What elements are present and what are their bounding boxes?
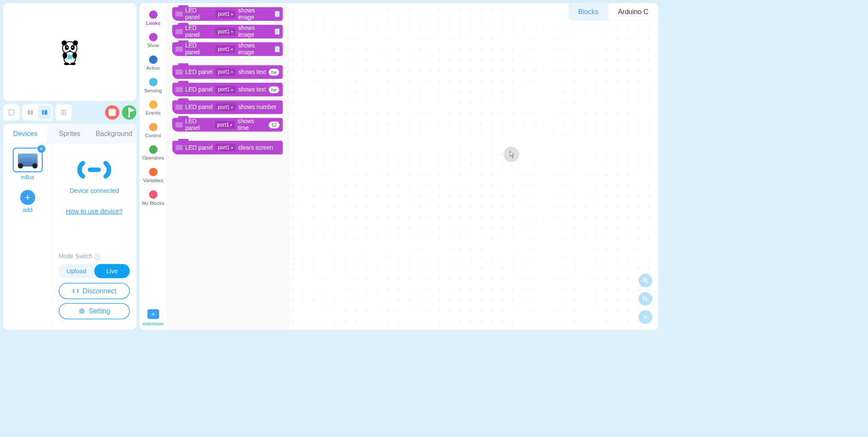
layout-group xyxy=(22,104,53,121)
left-panel-tabs: Devices Sprites Background xyxy=(3,124,137,144)
svg-rect-25 xyxy=(61,114,62,115)
block-shows-text[interactable]: LED panelport1shows texthe xyxy=(172,83,282,97)
svg-rect-22 xyxy=(61,112,62,113)
svg-point-10 xyxy=(72,52,77,59)
port-dropdown[interactable]: port1 xyxy=(215,144,236,151)
svg-point-2 xyxy=(73,40,78,45)
block-shows-image[interactable]: LED panelport1shows image xyxy=(172,42,282,56)
block-shows-image[interactable]: LED panelport1shows image xyxy=(172,7,282,21)
device-item-mbot[interactable]: ✕ mBot xyxy=(12,148,42,181)
block-shows-image[interactable]: LED panelport1shows image xyxy=(172,25,282,38)
svg-rect-30 xyxy=(88,168,101,172)
svg-rect-19 xyxy=(61,110,62,111)
grid-button[interactable] xyxy=(57,106,71,119)
cursor-indicator xyxy=(504,147,520,162)
help-icon[interactable]: ? xyxy=(94,254,100,260)
led-panel-icon xyxy=(175,29,183,34)
svg-rect-18 xyxy=(45,110,48,115)
device-remove-button[interactable]: ✕ xyxy=(37,145,45,153)
disconnect-button[interactable]: Disconnect xyxy=(59,283,130,299)
stage-size-group xyxy=(3,104,20,121)
layout-split-button[interactable] xyxy=(24,106,37,119)
stop-button[interactable] xyxy=(105,105,119,120)
port-dropdown[interactable]: port1 xyxy=(215,28,236,35)
zoom-in-button[interactable] xyxy=(639,274,652,287)
led-panel-icon xyxy=(175,105,183,110)
svg-point-31 xyxy=(81,310,83,312)
category-events[interactable]: Events xyxy=(140,98,166,119)
zoom-reset-button[interactable] xyxy=(639,310,652,324)
extension-label: extension xyxy=(143,321,163,327)
port-dropdown[interactable]: port1 xyxy=(215,68,236,76)
mode-switch[interactable]: Upload Live xyxy=(59,264,130,278)
category-my-blocks[interactable]: My Blocks xyxy=(140,188,166,209)
category-variables[interactable]: Variables xyxy=(140,166,166,186)
mode-upload[interactable]: Upload xyxy=(59,264,94,278)
stage-preview xyxy=(3,3,137,101)
svg-rect-29 xyxy=(128,107,130,117)
svg-point-11 xyxy=(64,62,69,65)
svg-rect-27 xyxy=(65,114,66,115)
svg-point-12 xyxy=(71,62,76,65)
block-shows-text[interactable]: LED panelport1shows texthe xyxy=(172,65,282,79)
category-looks[interactable]: Looks xyxy=(140,9,166,29)
svg-rect-16 xyxy=(31,110,33,115)
extension-button[interactable]: + xyxy=(147,309,159,319)
svg-rect-17 xyxy=(42,110,44,115)
svg-rect-23 xyxy=(63,112,64,113)
led-panel-icon xyxy=(175,47,183,52)
connection-icon xyxy=(70,157,119,184)
add-device-button[interactable]: + xyxy=(20,190,35,205)
block-shows-time[interactable]: LED panelport1shows time12 xyxy=(172,118,282,132)
port-dropdown[interactable]: port1 xyxy=(215,10,236,18)
svg-rect-13 xyxy=(68,55,72,59)
svg-rect-24 xyxy=(65,112,66,113)
add-device-label: add xyxy=(23,207,33,214)
howto-link[interactable]: How to use device? xyxy=(66,207,123,215)
setting-button[interactable]: Setting xyxy=(59,303,130,319)
block-shows-number[interactable]: LED panelport1shows number xyxy=(172,100,282,114)
svg-point-1 xyxy=(62,40,67,45)
block-clears-screen[interactable]: LED panelport1clears screen xyxy=(172,141,282,154)
block-categories: LooksShowActionSensingEventsControlOpera… xyxy=(140,3,167,330)
led-panel-icon xyxy=(175,145,183,150)
block-input[interactable]: he xyxy=(269,86,279,93)
svg-point-9 xyxy=(62,52,67,59)
zoom-out-button[interactable] xyxy=(639,292,652,306)
led-panel-icon xyxy=(175,122,183,127)
fullscreen-button[interactable] xyxy=(5,106,18,119)
svg-line-37 xyxy=(646,300,648,301)
svg-rect-15 xyxy=(28,110,30,115)
tab-sprites[interactable]: Sprites xyxy=(48,124,92,144)
svg-rect-14 xyxy=(9,110,14,115)
category-show[interactable]: Show xyxy=(140,31,166,51)
svg-rect-20 xyxy=(63,110,64,111)
svg-point-5 xyxy=(66,47,68,48)
go-button[interactable] xyxy=(122,105,137,120)
sprite-panda xyxy=(58,39,81,65)
block-input[interactable]: 12 xyxy=(269,121,279,128)
mode-live[interactable]: Live xyxy=(94,264,130,278)
led-panel-icon xyxy=(175,87,183,92)
category-action[interactable]: Action xyxy=(140,53,166,74)
svg-rect-28 xyxy=(109,109,116,116)
block-input[interactable]: he xyxy=(269,68,279,75)
category-control[interactable]: Control xyxy=(140,121,166,142)
tab-blocks[interactable]: Blocks xyxy=(568,3,608,21)
tab-devices[interactable]: Devices xyxy=(3,124,48,144)
grid-group xyxy=(56,104,72,121)
device-label: mBot xyxy=(12,174,42,181)
mode-switch-label: Mode Switch? xyxy=(59,253,130,260)
tab-arduino[interactable]: Arduino C xyxy=(608,3,658,21)
svg-rect-21 xyxy=(65,110,66,111)
port-dropdown[interactable]: port1 xyxy=(215,45,236,53)
tab-background[interactable]: Background xyxy=(92,124,137,144)
svg-point-6 xyxy=(72,47,73,48)
category-sensing[interactable]: Sensing xyxy=(140,76,166,97)
port-dropdown[interactable]: port1 xyxy=(214,121,235,129)
category-operators[interactable]: Operators xyxy=(140,143,166,164)
port-dropdown[interactable]: port1 xyxy=(215,103,236,111)
layout-side-button[interactable] xyxy=(38,106,51,119)
port-dropdown[interactable]: port1 xyxy=(215,86,236,93)
workspace-canvas[interactable]: Blocks Arduino C xyxy=(288,3,658,330)
